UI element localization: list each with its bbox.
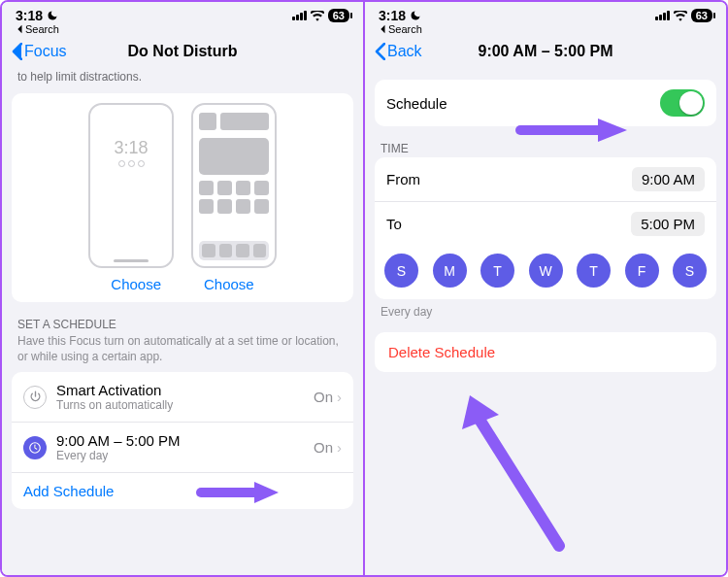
row-sub: Turns on automatically — [56, 398, 304, 412]
delete-schedule-button[interactable]: Delete Schedule — [375, 332, 716, 372]
row-state: On — [314, 389, 333, 405]
schedule-list: Smart Activation Turns on automatically … — [12, 372, 353, 509]
battery-indicator: 63 — [328, 9, 349, 22]
clock-icon — [23, 436, 47, 459]
row-sub: Every day — [56, 449, 304, 462]
breadcrumb[interactable]: Search — [365, 23, 726, 39]
day-sunday[interactable]: S — [384, 254, 418, 288]
do-not-disturb-icon — [47, 10, 58, 21]
cellular-icon — [655, 11, 670, 20]
status-time: 3:18 — [379, 8, 406, 23]
choose-homescreen-button[interactable]: Choose — [204, 276, 254, 292]
chevron-right-icon: › — [337, 439, 342, 456]
add-schedule-label: Add Schedule — [23, 483, 114, 499]
schedule-hint: Have this Focus turn on automatically at… — [12, 333, 353, 372]
day-wednesday[interactable]: W — [529, 254, 563, 288]
back-button[interactable]: Back — [375, 43, 422, 60]
wifi-icon — [311, 11, 324, 21]
row-state: On — [314, 439, 333, 456]
back-label: Focus — [24, 43, 67, 60]
from-value[interactable]: 9:00 AM — [632, 167, 705, 191]
row-title: 9:00 AM – 5:00 PM — [56, 432, 304, 449]
power-icon — [23, 386, 47, 409]
schedule-header: SET A SCHEDULE — [12, 302, 353, 333]
breadcrumb-label: Search — [388, 23, 422, 35]
right-pane: 3:18 63 Search Back 9:00 AM – 5:00 PM — [365, 2, 726, 575]
day-saturday[interactable]: S — [673, 254, 707, 288]
schedule-toggle-card: Schedule — [375, 80, 716, 126]
from-row[interactable]: From 9:00 AM — [375, 157, 716, 201]
annotation-arrow-icon — [452, 390, 569, 556]
left-pane: 3:18 63 Search Focus Do Not Disturb to h… — [2, 2, 365, 575]
status-bar: 3:18 63 — [2, 2, 363, 23]
day-thursday[interactable]: T — [577, 254, 611, 288]
timed-schedule-row[interactable]: 9:00 AM – 5:00 PM Every day On › — [12, 422, 353, 472]
screen-customize-card: 3:18 Choose Choose — [12, 93, 353, 302]
nav-bar: Back 9:00 AM – 5:00 PM — [365, 39, 726, 70]
days-row: S M T W T F S — [375, 246, 716, 299]
day-friday[interactable]: F — [625, 254, 659, 288]
from-label: From — [386, 171, 622, 187]
homescreen-preview — [191, 103, 277, 268]
breadcrumb-label: Search — [25, 23, 59, 35]
days-hint: Every day — [375, 299, 716, 332]
status-bar: 3:18 63 — [365, 2, 726, 23]
smart-activation-row[interactable]: Smart Activation Turns on automatically … — [12, 372, 353, 422]
lockscreen-preview: 3:18 — [88, 103, 174, 268]
breadcrumb[interactable]: Search — [2, 23, 363, 39]
schedule-toggle[interactable] — [660, 89, 705, 117]
back-button[interactable]: Focus — [12, 43, 67, 60]
nav-bar: Focus Do Not Disturb — [2, 39, 363, 70]
back-label: Back — [387, 43, 422, 60]
day-monday[interactable]: M — [433, 254, 467, 288]
row-title: Smart Activation — [56, 382, 304, 398]
mock-circles — [96, 160, 166, 167]
day-tuesday[interactable]: T — [480, 254, 514, 288]
to-label: To — [386, 216, 621, 232]
truncated-hint: to help limit distractions. — [12, 70, 353, 93]
schedule-label: Schedule — [386, 95, 650, 112]
to-row[interactable]: To 5:00 PM — [375, 201, 716, 246]
cellular-icon — [292, 11, 307, 20]
choose-lockscreen-button[interactable]: Choose — [111, 276, 161, 292]
schedule-toggle-row: Schedule — [375, 80, 716, 126]
mock-time: 3:18 — [96, 138, 166, 158]
status-time: 3:18 — [16, 8, 43, 23]
to-value[interactable]: 5:00 PM — [631, 212, 705, 236]
do-not-disturb-icon — [410, 10, 421, 21]
wifi-icon — [674, 11, 687, 21]
delete-card: Delete Schedule — [375, 332, 716, 372]
time-header: TIME — [375, 126, 716, 157]
chevron-right-icon: › — [337, 389, 342, 405]
add-schedule-row[interactable]: Add Schedule — [12, 472, 353, 509]
time-card: From 9:00 AM To 5:00 PM S M T W T F S — [375, 157, 716, 299]
battery-indicator: 63 — [691, 9, 712, 22]
